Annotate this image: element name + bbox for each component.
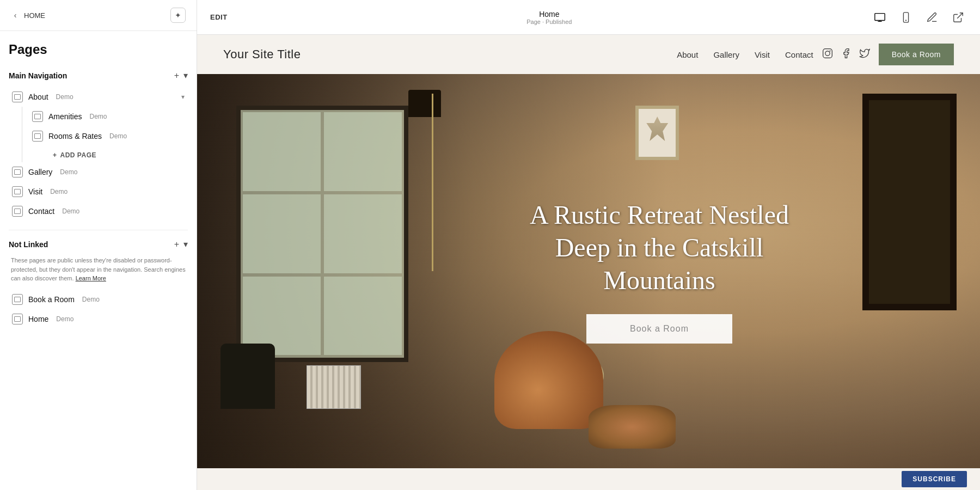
nav-link-about[interactable]: About: [677, 50, 698, 59]
page-name-visit: Visit: [28, 187, 42, 196]
nav-link-contact[interactable]: Contact: [785, 50, 813, 59]
hero-title: A Rustic Retreat Nestled Deep in the Cat…: [518, 199, 801, 297]
about-sub-items: Amenities Demo Rooms & Rates Demo + ADD …: [22, 107, 188, 162]
hero-mirror: [862, 94, 957, 310]
page-item-rooms-rates[interactable]: Rooms & Rates Demo: [29, 126, 188, 146]
add-not-linked-button[interactable]: +: [174, 240, 179, 249]
site-logo: Your Site Title: [223, 47, 301, 62]
main-nav-title: Main Navigation: [9, 71, 67, 80]
hero-lamp-shade: [408, 90, 441, 117]
mobile-view-button[interactable]: [897, 9, 915, 26]
hero-section: A Rustic Retreat Nestled Deep in the Cat…: [197, 74, 980, 468]
page-item-about[interactable]: About Demo ▾: [9, 87, 188, 107]
page-icon-contact: [12, 206, 23, 217]
not-linked-actions: + ▾: [174, 239, 188, 249]
social-icons: [822, 48, 870, 62]
page-item-amenities[interactable]: Amenities Demo: [29, 107, 188, 126]
page-item-book-a-room[interactable]: Book a Room Demo: [9, 290, 188, 309]
page-item-home[interactable]: Home Demo: [9, 309, 188, 329]
page-name-amenities: Amenities: [48, 112, 82, 121]
add-subpage-button[interactable]: + ADD PAGE: [48, 148, 188, 162]
edit-tools-button[interactable]: [923, 9, 941, 26]
window-pane-6: [324, 277, 402, 356]
page-badge-book: Demo: [82, 296, 100, 303]
learn-more-link[interactable]: Learn More: [76, 275, 106, 281]
desktop-view-button[interactable]: [871, 9, 889, 26]
topbar-page-info: Home Page · Published: [526, 10, 572, 25]
about-expand-chevron[interactable]: ▾: [181, 93, 185, 101]
hero-radiator: [307, 365, 361, 409]
topbar-right-actions: [871, 9, 967, 26]
topbar-page-status: Page · Published: [526, 19, 572, 25]
hero-art-decoration: [646, 117, 668, 149]
not-linked-title: Not Linked: [9, 240, 48, 249]
page-name-about: About: [28, 93, 48, 101]
page-icon-visit: [12, 186, 23, 197]
page-badge-about: Demo: [56, 93, 74, 101]
pages-title: Pages: [9, 42, 188, 57]
site-preview: Your Site Title About Gallery Visit Cont…: [197, 35, 980, 490]
hero-book-room-button[interactable]: Book a Room: [586, 314, 732, 344]
window-pane-2: [324, 112, 402, 191]
page-item-visit[interactable]: Visit Demo: [9, 182, 188, 201]
page-badge-gallery: Demo: [60, 168, 77, 176]
edit-button[interactable]: EDIT: [210, 13, 228, 21]
twitter-icon[interactable]: [859, 48, 870, 62]
not-linked-header: Not Linked + ▾: [9, 239, 188, 249]
not-linked-collapse-button[interactable]: ▾: [183, 239, 188, 249]
book-room-header-button[interactable]: Book a Room: [879, 44, 954, 65]
sidebar-content: Pages Main Navigation + ▾ About Demo ▾: [0, 31, 197, 490]
hero-chair: [494, 331, 603, 429]
page-name-gallery: Gallery: [28, 168, 52, 176]
nav-link-visit[interactable]: Visit: [755, 50, 770, 59]
page-icon-amenities: [32, 111, 43, 122]
page-icon-book: [12, 294, 23, 305]
external-link-button[interactable]: [950, 9, 967, 26]
chevron-left-icon: ‹: [11, 11, 20, 20]
page-item-gallery[interactable]: Gallery Demo: [9, 162, 188, 182]
page-name-rooms: Rooms & Rates: [48, 132, 102, 140]
main-nav-actions: + ▾: [174, 70, 188, 81]
bottom-strip: SUBSCRIBE: [197, 468, 980, 490]
not-linked-description: These pages are public unless they're di…: [9, 256, 188, 283]
page-name-home: Home: [28, 315, 48, 323]
ai-sparkle-button[interactable]: ✦: [170, 8, 186, 23]
sidebar-header: ‹ HOME ✦: [0, 0, 197, 31]
page-badge-contact: Demo: [62, 207, 79, 215]
website-frame: Your Site Title About Gallery Visit Cont…: [197, 35, 980, 490]
svg-point-8: [830, 51, 830, 51]
hero-dark-chair: [220, 344, 275, 409]
facebook-icon[interactable]: [841, 48, 852, 62]
hero-footstool: [589, 405, 676, 449]
page-icon-home: [12, 314, 23, 324]
site-header: Your Site Title About Gallery Visit Cont…: [197, 35, 980, 74]
nav-collapse-button[interactable]: ▾: [183, 70, 188, 81]
main-nav-section-header: Main Navigation + ▾: [9, 70, 188, 81]
topbar: EDIT Home Page · Published: [197, 0, 980, 35]
page-badge-amenities: Demo: [89, 113, 107, 120]
page-icon-about: [12, 91, 23, 102]
instagram-icon[interactable]: [822, 48, 833, 62]
site-nav: About Gallery Visit Contact: [677, 50, 813, 59]
window-pane-1: [243, 112, 321, 191]
add-nav-item-button[interactable]: +: [174, 71, 179, 81]
hero-window: [236, 106, 408, 362]
window-pane-4: [324, 194, 402, 273]
svg-line-5: [957, 13, 963, 18]
svg-point-4: [906, 20, 906, 21]
not-linked-section: Not Linked + ▾ These pages are public un…: [9, 239, 188, 283]
add-icon: +: [53, 151, 57, 159]
back-home-button[interactable]: ‹ HOME: [11, 11, 45, 20]
subscribe-button[interactable]: SUBSCRIBE: [902, 471, 967, 487]
section-divider: [9, 230, 188, 230]
main-content: EDIT Home Page · Published: [197, 0, 980, 490]
nav-link-gallery[interactable]: Gallery: [713, 50, 739, 59]
sidebar: ‹ HOME ✦ Pages Main Navigation + ▾ About…: [0, 0, 197, 490]
hero-lamp-pole: [432, 94, 433, 271]
add-page-label: ADD PAGE: [60, 151, 96, 159]
hero-wall-art: [635, 106, 679, 160]
page-badge-rooms: Demo: [109, 132, 127, 140]
svg-rect-0: [875, 13, 885, 20]
page-item-contact[interactable]: Contact Demo: [9, 201, 188, 221]
svg-point-7: [825, 51, 830, 55]
